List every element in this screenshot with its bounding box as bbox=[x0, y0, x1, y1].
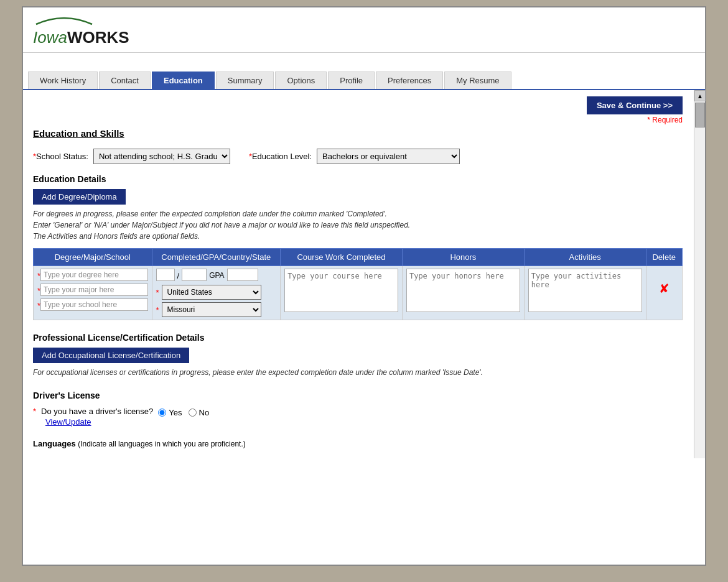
add-license-button[interactable]: Add Occupational License/Certification bbox=[33, 348, 189, 363]
date-month-input[interactable] bbox=[156, 269, 175, 281]
drivers-yes-label[interactable]: Yes bbox=[158, 408, 182, 417]
state-select[interactable]: Missouri Iowa Illinois bbox=[162, 302, 261, 317]
school-status-label: *School Status: bbox=[33, 152, 88, 161]
header: Iowa WORKS bbox=[23, 7, 705, 53]
drivers-no-label[interactable]: No bbox=[189, 408, 210, 417]
col-degree-major-school: Degree/Major/School bbox=[34, 249, 152, 266]
logo-works-text: WORKS bbox=[67, 28, 129, 47]
tab-summary[interactable]: Summary bbox=[216, 72, 274, 89]
tab-my-resume[interactable]: My Resume bbox=[444, 72, 511, 89]
drivers-no-radio[interactable] bbox=[189, 409, 197, 417]
logo-iowa-text: Iowa bbox=[33, 28, 67, 47]
education-level-select[interactable]: Bachelors or equivalent Masters or equiv… bbox=[317, 149, 460, 164]
school-input[interactable] bbox=[40, 298, 147, 311]
drivers-license-question-row: * Do you have a driver's license? Yes No bbox=[33, 405, 683, 417]
date-gpa-row: / GPA bbox=[156, 269, 277, 282]
nav-tabs: Work History Contact Education Summary O… bbox=[23, 72, 705, 90]
completed-cell-inner: / GPA * United States bbox=[156, 269, 277, 317]
languages-note: (Indicate all languages in which you are… bbox=[78, 440, 245, 448]
tab-profile[interactable]: Profile bbox=[328, 72, 375, 89]
logo: Iowa WORKS bbox=[33, 15, 695, 47]
scrollbar-thumb[interactable] bbox=[695, 103, 705, 127]
tab-options[interactable]: Options bbox=[275, 72, 327, 89]
completed-gpa-cell: / GPA * United States bbox=[152, 266, 281, 320]
professional-license-help: For occupational licenses or certificati… bbox=[33, 367, 683, 378]
honors-textarea[interactable] bbox=[406, 269, 520, 312]
tab-preferences[interactable]: Preferences bbox=[376, 72, 443, 89]
content-wrap: Save & Continue >> * Required Education … bbox=[33, 96, 695, 448]
add-degree-button[interactable]: Add Degree/Diploma bbox=[33, 189, 126, 205]
course-work-textarea[interactable] bbox=[284, 269, 398, 312]
activities-cell bbox=[524, 266, 646, 320]
education-table: Degree/Major/School Completed/GPA/Countr… bbox=[33, 248, 683, 320]
honors-cell bbox=[402, 266, 524, 320]
professional-license-title: Professional License/Certification Detai… bbox=[33, 333, 683, 343]
tab-education[interactable]: Education bbox=[152, 72, 215, 89]
education-level-field: *Education Level: Bachelors or equivalen… bbox=[249, 149, 460, 164]
scrollbar-up[interactable]: ▲ bbox=[694, 90, 706, 101]
country-state-cell: * United States Canada Other * bbox=[156, 285, 277, 317]
state-star: * bbox=[156, 305, 159, 315]
country-star: * bbox=[156, 288, 159, 297]
logo-arc bbox=[33, 15, 95, 26]
required-note: * Required bbox=[33, 116, 683, 124]
date-year-input[interactable] bbox=[182, 269, 207, 281]
col-activities: Activities bbox=[524, 249, 646, 266]
degree-input[interactable] bbox=[40, 269, 147, 281]
school-status-select[interactable]: Not attending school; H.S. Graduate Atte… bbox=[93, 149, 230, 164]
drivers-license-section: Driver's License * Do you have a driver'… bbox=[33, 390, 683, 427]
drivers-license-title: Driver's License bbox=[33, 390, 683, 400]
major-input[interactable] bbox=[40, 284, 147, 296]
professional-license-section: Professional License/Certification Detai… bbox=[33, 333, 683, 378]
drivers-star: * bbox=[33, 407, 36, 416]
degree-major-school-cell: * * * bbox=[34, 266, 152, 320]
school-status-field: *School Status: Not attending school; H.… bbox=[33, 149, 230, 164]
scrollbar[interactable]: ▲ bbox=[694, 90, 705, 458]
tab-contact[interactable]: Contact bbox=[99, 72, 151, 89]
main-content: Save & Continue >> * Required Education … bbox=[23, 90, 705, 458]
gpa-input[interactable] bbox=[227, 269, 258, 281]
country-select[interactable]: United States Canada Other bbox=[162, 285, 261, 300]
col-course-work: Course Work Completed bbox=[281, 249, 403, 266]
col-completed-gpa: Completed/GPA/Country/State bbox=[152, 249, 281, 266]
status-education-row: *School Status: Not attending school; H.… bbox=[33, 149, 683, 164]
top-actions: Save & Continue >> bbox=[33, 96, 683, 114]
page-title: Education and Skills bbox=[33, 128, 683, 139]
table-row: * * * bbox=[34, 266, 683, 320]
col-delete: Delete bbox=[646, 249, 682, 266]
tab-work-history[interactable]: Work History bbox=[28, 72, 98, 89]
drivers-question-label: Do you have a driver's license? bbox=[41, 407, 153, 416]
activities-textarea[interactable] bbox=[528, 269, 642, 312]
course-work-cell bbox=[281, 266, 403, 320]
languages-section: Languages (Indicate all languages in whi… bbox=[33, 439, 683, 448]
languages-label: Languages bbox=[33, 439, 76, 448]
view-update-link[interactable]: View/Update bbox=[45, 417, 683, 427]
education-level-label: *Education Level: bbox=[249, 152, 312, 161]
delete-cell: ✘ bbox=[646, 266, 682, 320]
drivers-yes-radio[interactable] bbox=[158, 409, 166, 417]
education-details-title: Education Details bbox=[33, 174, 683, 184]
delete-button[interactable]: ✘ bbox=[650, 269, 678, 296]
drivers-radio-group: Yes No bbox=[158, 408, 209, 417]
education-help-text: For degrees in progress, please enter th… bbox=[33, 208, 683, 242]
col-honors: Honors bbox=[402, 249, 524, 266]
save-continue-button[interactable]: Save & Continue >> bbox=[587, 96, 683, 114]
